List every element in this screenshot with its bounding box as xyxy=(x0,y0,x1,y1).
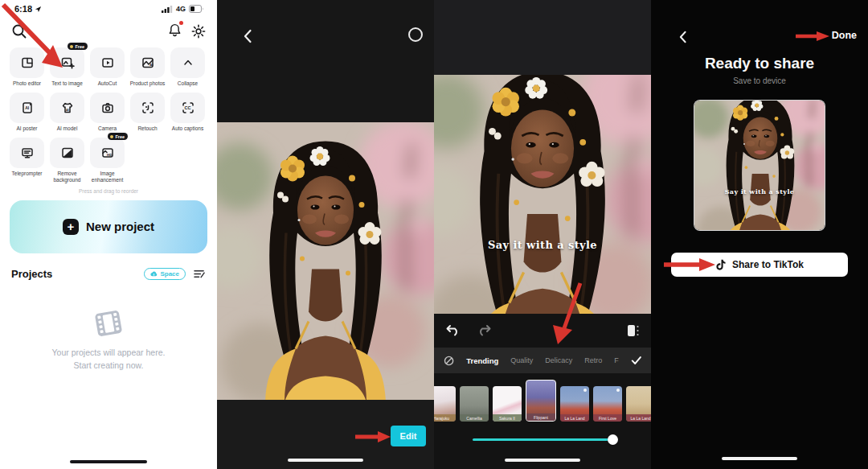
home-indicator xyxy=(288,459,363,463)
screen-filter-editor: Say it with a style Trending Quality Del… xyxy=(434,0,651,469)
tool-autocut[interactable]: AutoCut xyxy=(90,47,125,87)
chevron-up-icon xyxy=(181,56,195,70)
tab-retro[interactable]: Retro xyxy=(584,356,602,364)
tool-product-photos[interactable]: AI Product photos xyxy=(130,47,165,87)
screen-editor-preview: Edit xyxy=(217,0,434,469)
home-indicator xyxy=(70,460,147,464)
download-icon xyxy=(616,389,620,392)
reorder-hint: Press and drag to reorder xyxy=(0,188,217,194)
no-filter-icon[interactable] xyxy=(444,355,454,367)
share-subtitle: Save to device xyxy=(651,76,868,85)
svg-text:CC: CC xyxy=(184,105,190,110)
retouch-icon xyxy=(141,101,155,115)
edit-button[interactable]: Edit xyxy=(391,426,426,446)
remove-background-icon xyxy=(60,146,75,160)
share-preview[interactable]: Say it with a style xyxy=(694,100,825,231)
teleprompter-icon xyxy=(20,146,35,160)
tool-ai-model[interactable]: AI AI model xyxy=(50,93,84,132)
plus-icon: + xyxy=(63,219,79,235)
tab-delicacy[interactable]: Delicacy xyxy=(545,356,572,364)
filter-harajuku[interactable]: Harajuku xyxy=(434,386,456,422)
annotation-arrow-photo-editor xyxy=(0,2,74,76)
annotation-arrow-edit xyxy=(354,430,392,444)
image-enhancement-icon: HD xyxy=(100,146,115,160)
text-overlay: Say it with a style xyxy=(694,187,825,195)
projects-title: Projects xyxy=(11,268,52,280)
slider-knob[interactable] xyxy=(608,434,618,445)
circle-icon[interactable] xyxy=(408,27,423,42)
filter-category-tabs: Trending Quality Delicacy Retro F xyxy=(434,348,651,373)
tool-grid-row2: AI AI poster AI AI model Camera Retouch … xyxy=(0,93,217,132)
notifications-button[interactable] xyxy=(168,23,182,40)
network-label: 4G xyxy=(176,5,186,13)
cloud-icon xyxy=(150,271,158,277)
projects-empty-state: Your projects will appear here. Start cr… xyxy=(0,311,217,372)
space-badge[interactable]: Space xyxy=(144,268,186,280)
ai-poster-icon: AI xyxy=(20,101,35,115)
autocut-icon xyxy=(100,56,115,70)
compare-icon[interactable] xyxy=(627,323,640,338)
annotation-arrow-done xyxy=(794,30,833,43)
editor-header xyxy=(434,0,651,75)
notification-dot xyxy=(179,21,183,25)
tool-remove-background[interactable]: Remove background xyxy=(50,138,84,183)
svg-text:AI: AI xyxy=(149,63,153,67)
done-button[interactable]: Done xyxy=(832,30,857,41)
tool-collapse[interactable]: Collapse xyxy=(170,47,205,87)
empty-text-line2: Start creating now. xyxy=(52,359,166,372)
signal-icon xyxy=(162,6,173,13)
download-icon xyxy=(583,389,587,392)
svg-text:HD: HD xyxy=(107,153,112,157)
screen-home: 6:18 4G xyxy=(0,0,217,469)
filter-camellia[interactable]: Camellia xyxy=(460,386,489,422)
filter-firstlove[interactable]: First Love xyxy=(593,386,622,422)
svg-text:AI: AI xyxy=(25,105,30,110)
screen-share: Done Ready to share Save to device Say i… xyxy=(651,0,868,469)
film-icon xyxy=(92,308,125,339)
tool-image-enhancement[interactable]: Free HD Image enhancement xyxy=(90,138,125,183)
product-photos-icon: AI xyxy=(141,56,155,70)
annotation-arrow-filters xyxy=(545,280,587,349)
gear-icon[interactable] xyxy=(191,24,206,39)
free-badge: Free xyxy=(108,133,128,140)
home-indicator xyxy=(722,457,797,461)
filter-lalaland[interactable]: La La Land xyxy=(560,386,589,422)
annotation-arrow-share xyxy=(662,257,719,273)
auto-captions-icon: CC xyxy=(181,101,195,115)
tool-camera[interactable]: Camera xyxy=(90,93,125,132)
camera-icon xyxy=(100,101,115,115)
filter-flippant-selected[interactable]: Flippant xyxy=(526,380,556,422)
tool-teleprompter[interactable]: Teleprompter xyxy=(10,138,44,183)
new-project-button[interactable]: + New project xyxy=(10,200,207,253)
text-overlay[interactable]: Say it with a style xyxy=(434,239,651,251)
confirm-check-icon[interactable] xyxy=(631,356,641,365)
filter-lalaland-2[interactable]: La La Land xyxy=(626,386,651,422)
editor-toolbar xyxy=(434,314,651,348)
undo-icon[interactable] xyxy=(445,323,461,338)
filter-sakura[interactable]: Sakura II xyxy=(493,386,522,422)
photo-preview[interactable] xyxy=(217,122,434,400)
empty-text-line1: Your projects will appear here. xyxy=(52,346,166,359)
redo-icon[interactable] xyxy=(476,323,492,338)
intensity-slider[interactable] xyxy=(473,438,615,441)
app-walkthrough: 6:18 4G xyxy=(0,0,868,469)
svg-text:AI: AI xyxy=(66,109,69,112)
tab-quality[interactable]: Quality xyxy=(510,356,533,364)
share-title: Ready to share xyxy=(651,55,868,72)
ai-model-icon: AI xyxy=(60,101,75,115)
tab-trending[interactable]: Trending xyxy=(466,356,498,365)
back-icon[interactable] xyxy=(678,31,687,43)
tool-grid-row3: Teleprompter Remove background Free HD I… xyxy=(0,138,217,183)
tab-truncated[interactable]: F xyxy=(614,356,619,364)
sort-edit-icon[interactable] xyxy=(194,269,206,279)
editing-canvas[interactable]: Say it with a style xyxy=(434,75,651,314)
tool-retouch[interactable]: Retouch xyxy=(130,93,165,132)
back-icon[interactable] xyxy=(243,29,252,43)
tool-ai-poster[interactable]: AI AI poster xyxy=(10,93,44,132)
home-indicator xyxy=(505,459,580,463)
tool-auto-captions[interactable]: CC Auto captions xyxy=(170,93,205,132)
battery-icon xyxy=(189,5,204,13)
filter-thumbnails: Harajuku Camellia Sakura II Flippant La … xyxy=(434,376,651,422)
